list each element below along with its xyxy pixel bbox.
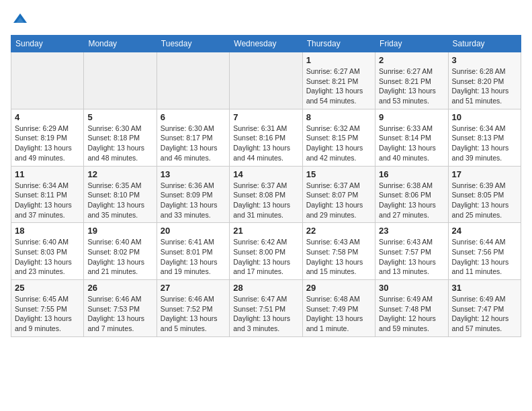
day-info: Sunrise: 6:34 AMSunset: 8:11 PMDaylight:… (15, 181, 80, 220)
day-number: 17 (452, 169, 517, 179)
day-info: Sunrise: 6:45 AMSunset: 7:55 PMDaylight:… (15, 294, 80, 334)
calendar-cell: 2Sunrise: 6:27 AMSunset: 8:21 PMDaylight… (375, 52, 448, 109)
calendar-cell: 12Sunrise: 6:35 AMSunset: 8:10 PMDayligh… (84, 166, 157, 223)
logo (11, 11, 32, 30)
day-info: Sunrise: 6:43 AMSunset: 7:58 PMDaylight:… (306, 237, 371, 277)
calendar-cell: 9Sunrise: 6:33 AMSunset: 8:14 PMDaylight… (375, 109, 448, 166)
day-number: 21 (233, 226, 298, 236)
calendar-cell: 30Sunrise: 6:49 AMSunset: 7:48 PMDayligh… (375, 280, 448, 337)
calendar-cell: 18Sunrise: 6:40 AMSunset: 8:03 PMDayligh… (11, 223, 84, 280)
day-number: 1 (306, 55, 371, 65)
calendar-cell (84, 52, 157, 109)
day-number: 23 (379, 226, 444, 236)
calendar-cell: 28Sunrise: 6:47 AMSunset: 7:51 PMDayligh… (230, 280, 302, 337)
calendar-cell: 22Sunrise: 6:43 AMSunset: 7:58 PMDayligh… (302, 223, 375, 280)
day-info: Sunrise: 6:46 AMSunset: 7:53 PMDaylight:… (87, 294, 152, 334)
day-info: Sunrise: 6:37 AMSunset: 8:08 PMDaylight:… (233, 181, 298, 220)
day-info: Sunrise: 6:49 AMSunset: 7:48 PMDaylight:… (379, 294, 444, 334)
calendar-cell: 19Sunrise: 6:40 AMSunset: 8:02 PMDayligh… (84, 223, 157, 280)
calendar-week-row: 1Sunrise: 6:27 AMSunset: 8:21 PMDaylight… (11, 52, 521, 109)
calendar-week-row: 4Sunrise: 6:29 AMSunset: 8:19 PMDaylight… (11, 109, 521, 166)
day-info: Sunrise: 6:40 AMSunset: 8:03 PMDaylight:… (15, 237, 80, 277)
calendar-cell: 7Sunrise: 6:31 AMSunset: 8:16 PMDaylight… (230, 109, 302, 166)
day-header-saturday: Saturday (448, 36, 521, 52)
day-number: 19 (87, 226, 152, 236)
calendar-cell: 24Sunrise: 6:44 AMSunset: 7:56 PMDayligh… (448, 223, 521, 280)
day-number: 22 (306, 226, 371, 236)
day-info: Sunrise: 6:38 AMSunset: 8:06 PMDaylight:… (379, 181, 444, 220)
day-info: Sunrise: 6:30 AMSunset: 8:17 PMDaylight:… (161, 124, 226, 163)
calendar-cell (157, 52, 229, 109)
calendar-cell: 5Sunrise: 6:30 AMSunset: 8:18 PMDaylight… (84, 109, 157, 166)
day-number: 31 (452, 283, 517, 293)
calendar-cell: 6Sunrise: 6:30 AMSunset: 8:17 PMDaylight… (157, 109, 229, 166)
day-info: Sunrise: 6:42 AMSunset: 8:00 PMDaylight:… (233, 237, 298, 277)
calendar-header-row: SundayMondayTuesdayWednesdayThursdayFrid… (11, 36, 521, 52)
day-number: 16 (379, 169, 444, 179)
day-number: 14 (233, 169, 298, 179)
calendar-cell (11, 52, 84, 109)
day-number: 13 (161, 169, 226, 179)
day-info: Sunrise: 6:37 AMSunset: 8:07 PMDaylight:… (306, 181, 371, 220)
calendar-cell: 15Sunrise: 6:37 AMSunset: 8:07 PMDayligh… (302, 166, 375, 223)
day-number: 29 (306, 283, 371, 293)
day-number: 10 (452, 112, 517, 122)
calendar-cell: 29Sunrise: 6:48 AMSunset: 7:49 PMDayligh… (302, 280, 375, 337)
calendar-cell: 20Sunrise: 6:41 AMSunset: 8:01 PMDayligh… (157, 223, 229, 280)
day-header-wednesday: Wednesday (230, 36, 302, 52)
day-number: 6 (161, 112, 226, 122)
day-number: 2 (379, 55, 444, 65)
day-info: Sunrise: 6:44 AMSunset: 7:56 PMDaylight:… (452, 237, 517, 277)
day-info: Sunrise: 6:28 AMSunset: 8:20 PMDaylight:… (452, 66, 517, 106)
calendar-cell: 26Sunrise: 6:46 AMSunset: 7:53 PMDayligh… (84, 280, 157, 337)
day-number: 25 (15, 283, 80, 293)
calendar-cell: 8Sunrise: 6:32 AMSunset: 8:15 PMDaylight… (302, 109, 375, 166)
day-info: Sunrise: 6:40 AMSunset: 8:02 PMDaylight:… (87, 237, 152, 277)
calendar-cell: 25Sunrise: 6:45 AMSunset: 7:55 PMDayligh… (11, 280, 84, 337)
day-info: Sunrise: 6:36 AMSunset: 8:09 PMDaylight:… (161, 181, 226, 220)
day-info: Sunrise: 6:46 AMSunset: 7:52 PMDaylight:… (161, 294, 226, 334)
calendar-cell: 4Sunrise: 6:29 AMSunset: 8:19 PMDaylight… (11, 109, 84, 166)
day-header-thursday: Thursday (302, 36, 375, 52)
day-number: 26 (87, 283, 152, 293)
day-header-sunday: Sunday (11, 36, 84, 52)
day-number: 30 (379, 283, 444, 293)
day-header-tuesday: Tuesday (157, 36, 229, 52)
logo-icon (11, 11, 30, 30)
day-number: 7 (233, 112, 298, 122)
day-info: Sunrise: 6:30 AMSunset: 8:18 PMDaylight:… (87, 124, 152, 163)
day-number: 8 (306, 112, 371, 122)
day-number: 12 (87, 169, 152, 179)
day-number: 28 (233, 283, 298, 293)
day-header-monday: Monday (84, 36, 157, 52)
calendar-cell: 31Sunrise: 6:49 AMSunset: 7:47 PMDayligh… (448, 280, 521, 337)
day-info: Sunrise: 6:47 AMSunset: 7:51 PMDaylight:… (233, 294, 298, 334)
day-number: 11 (15, 169, 80, 179)
calendar-cell: 23Sunrise: 6:43 AMSunset: 7:57 PMDayligh… (375, 223, 448, 280)
calendar-cell: 10Sunrise: 6:34 AMSunset: 8:13 PMDayligh… (448, 109, 521, 166)
calendar-cell (230, 52, 302, 109)
day-info: Sunrise: 6:39 AMSunset: 8:05 PMDaylight:… (452, 181, 517, 220)
calendar-cell: 17Sunrise: 6:39 AMSunset: 8:05 PMDayligh… (448, 166, 521, 223)
day-number: 15 (306, 169, 371, 179)
day-info: Sunrise: 6:41 AMSunset: 8:01 PMDaylight:… (161, 237, 226, 277)
day-header-friday: Friday (375, 36, 448, 52)
day-number: 3 (452, 55, 517, 65)
calendar-cell: 1Sunrise: 6:27 AMSunset: 8:21 PMDaylight… (302, 52, 375, 109)
day-info: Sunrise: 6:27 AMSunset: 8:21 PMDaylight:… (379, 66, 444, 106)
day-info: Sunrise: 6:29 AMSunset: 8:19 PMDaylight:… (15, 124, 80, 163)
day-info: Sunrise: 6:48 AMSunset: 7:49 PMDaylight:… (306, 294, 371, 334)
day-info: Sunrise: 6:31 AMSunset: 8:16 PMDaylight:… (233, 124, 298, 163)
day-info: Sunrise: 6:33 AMSunset: 8:14 PMDaylight:… (379, 124, 444, 163)
day-number: 18 (15, 226, 80, 236)
calendar-cell: 14Sunrise: 6:37 AMSunset: 8:08 PMDayligh… (230, 166, 302, 223)
calendar-cell: 3Sunrise: 6:28 AMSunset: 8:20 PMDaylight… (448, 52, 521, 109)
day-info: Sunrise: 6:35 AMSunset: 8:10 PMDaylight:… (87, 181, 152, 220)
day-info: Sunrise: 6:27 AMSunset: 8:21 PMDaylight:… (306, 66, 371, 106)
page-header (11, 11, 521, 30)
day-number: 20 (161, 226, 226, 236)
day-info: Sunrise: 6:32 AMSunset: 8:15 PMDaylight:… (306, 124, 371, 163)
day-number: 24 (452, 226, 517, 236)
day-info: Sunrise: 6:49 AMSunset: 7:47 PMDaylight:… (452, 294, 517, 334)
calendar-cell: 13Sunrise: 6:36 AMSunset: 8:09 PMDayligh… (157, 166, 229, 223)
